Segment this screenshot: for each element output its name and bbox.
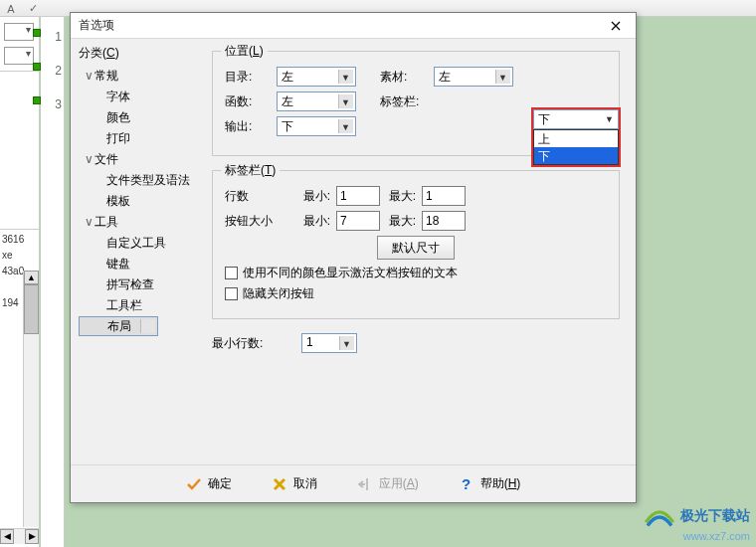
- checkbox-diffcolor[interactable]: [225, 267, 238, 279]
- tree-label: 分类(C): [79, 45, 202, 66]
- label-min: 最小:: [294, 188, 336, 205]
- cancel-button[interactable]: 取消: [272, 475, 317, 492]
- tree-node-spell[interactable]: 拼写检查: [79, 274, 202, 295]
- select-material[interactable]: 左▼: [434, 67, 513, 87]
- position-group: 位置(L) 目录: 左▼ 素材: 左▼ 函数: 左▼ 标签栏: ▼ 输出:: [212, 51, 620, 156]
- tool-icon[interactable]: ✓: [22, 0, 44, 17]
- dialog-title: 首选项: [71, 17, 596, 34]
- category-tree[interactable]: ∨常规 字体 颜色 打印 ∨文件 文件类型及语法 模板 ∨工具 自定义工具 键盘…: [79, 66, 202, 336]
- label-btnsize: 按钮大小: [225, 213, 294, 230]
- preferences-dialog: 首选项 分类(C) ∨常规 字体 颜色 打印 ∨文件 文件类型及语法 模板 ∨工…: [70, 12, 637, 503]
- ok-button[interactable]: 确定: [186, 475, 232, 492]
- label-max: 最大:: [380, 213, 422, 230]
- cross-icon: [272, 476, 287, 492]
- panel-text: 3616: [0, 234, 39, 250]
- help-icon: ?: [459, 476, 474, 492]
- check-icon: [186, 476, 202, 492]
- line-gutter: 1 2 3: [41, 17, 65, 547]
- panel-combo[interactable]: [4, 23, 34, 41]
- label-tabbar: 标签栏:: [380, 93, 434, 110]
- apply-icon: [357, 476, 373, 492]
- tree-node-filetypes[interactable]: 文件类型及语法: [79, 170, 202, 191]
- group-legend: 标签栏(T): [221, 162, 280, 179]
- tabbar-group: 标签栏(T) 行数 最小: 最大: 按钮大小 最小: 最大: 默认尺寸: [212, 170, 620, 319]
- titlebar[interactable]: 首选项: [71, 13, 636, 39]
- input-rows-min[interactable]: [336, 186, 380, 206]
- line-number: 2: [41, 51, 64, 85]
- apply-button[interactable]: 应用(A): [357, 475, 419, 492]
- help-button[interactable]: ? 帮助(H): [459, 475, 521, 492]
- label-minrows: 最小行数:: [212, 335, 301, 352]
- tree-node-tools[interactable]: ∨工具: [79, 212, 202, 233]
- checkbox-label: 使用不同的颜色显示激活文档按钮的文本: [243, 265, 458, 281]
- group-legend: 位置(L): [221, 43, 268, 60]
- label-material: 素材:: [380, 69, 434, 86]
- tree-node-color[interactable]: 颜色: [79, 107, 202, 128]
- dialog-button-bar: 确定 取消 应用(A) ? 帮助(H): [71, 464, 636, 502]
- tool-icon[interactable]: A: [0, 0, 22, 17]
- panel-combo[interactable]: [4, 47, 34, 65]
- line-number: 3: [41, 85, 64, 118]
- tabbar-dropdown-open[interactable]: 下▼ 上 下: [531, 107, 621, 167]
- input-btn-max[interactable]: [422, 211, 466, 231]
- label-min: 最小:: [294, 213, 336, 230]
- select-minrows[interactable]: 1▼: [301, 333, 357, 353]
- label-catalog: 目录:: [225, 69, 277, 86]
- select-catalog[interactable]: 左▼: [277, 67, 356, 87]
- input-btn-min[interactable]: [336, 211, 380, 231]
- tree-node-file[interactable]: ∨文件: [79, 149, 202, 170]
- dropdown-option-down[interactable]: 下: [534, 147, 618, 164]
- dropdown-list[interactable]: 上 下: [533, 129, 619, 165]
- label-rows: 行数: [225, 188, 294, 205]
- settings-panel: 位置(L) 目录: 左▼ 素材: 左▼ 函数: 左▼ 标签栏: ▼ 输出:: [206, 39, 636, 464]
- watermark: 极光下载站 www.xz7.com: [642, 505, 750, 543]
- default-size-button[interactable]: 默认尺寸: [377, 236, 455, 260]
- tree-node-keyboard[interactable]: 键盘: [79, 254, 202, 274]
- tree-node-font[interactable]: 字体: [79, 87, 202, 107]
- dropdown-option-up[interactable]: 上: [534, 130, 618, 147]
- tree-node-toolbar[interactable]: 工具栏: [79, 295, 202, 316]
- watermark-url: www.xz7.com: [683, 530, 750, 542]
- label-output: 输出:: [225, 118, 277, 135]
- select-output[interactable]: 下▼: [277, 116, 356, 136]
- input-rows-max[interactable]: [422, 186, 466, 206]
- label-function: 函数:: [225, 93, 277, 110]
- panel-text: xe: [0, 250, 39, 266]
- tree-node-print[interactable]: 打印: [79, 128, 202, 149]
- vertical-scrollbar[interactable]: ▲: [23, 271, 39, 527]
- tree-node-layout[interactable]: 布局: [79, 316, 158, 336]
- label-max: 最大:: [380, 188, 422, 205]
- logo-icon: [642, 505, 677, 529]
- line-number: 1: [41, 17, 64, 51]
- category-tree-panel: 分类(C) ∨常规 字体 颜色 打印 ∨文件 文件类型及语法 模板 ∨工具 自定…: [71, 39, 206, 464]
- tree-node-customtools[interactable]: 自定义工具: [79, 233, 202, 254]
- horizontal-scrollbar[interactable]: ◀▶: [0, 528, 39, 544]
- select-function[interactable]: 左▼: [277, 91, 356, 111]
- dropdown-value[interactable]: 下▼: [533, 109, 619, 129]
- tree-node-template[interactable]: 模板: [79, 191, 202, 212]
- close-button[interactable]: [596, 13, 636, 38]
- tree-node-general[interactable]: ∨常规: [79, 66, 202, 87]
- watermark-text: 极光下载站: [680, 507, 750, 523]
- checkbox-label: 隐藏关闭按钮: [243, 285, 314, 302]
- checkbox-hideclose[interactable]: [225, 287, 238, 300]
